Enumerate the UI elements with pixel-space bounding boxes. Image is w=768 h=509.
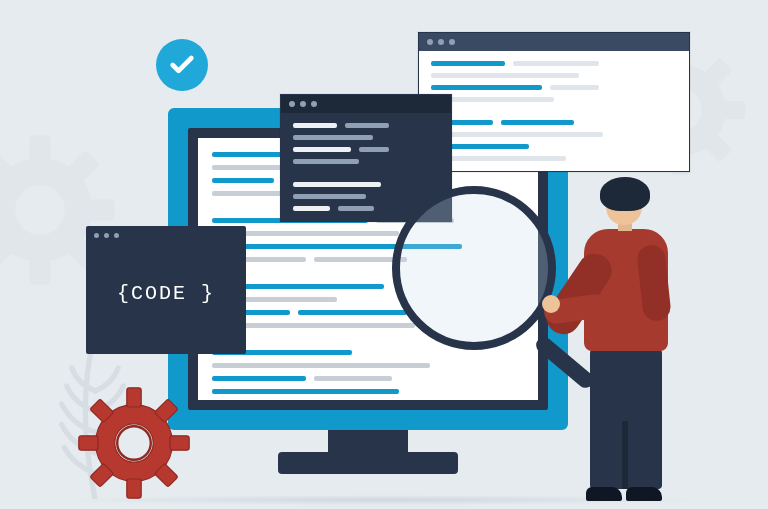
code-review-illustration: {CODE } [0,0,768,509]
checkmark-badge-icon [156,39,208,91]
code-card: {CODE } [86,226,246,354]
code-panel-light [418,32,690,172]
code-label: {CODE } [86,282,246,305]
window-titlebar [281,95,451,113]
window-titlebar [419,33,689,51]
svg-point-0 [117,426,151,460]
person-illustration [550,171,690,501]
magnifying-glass-icon [392,186,568,362]
window-titlebar [86,226,246,244]
gear-red-icon [74,383,194,503]
